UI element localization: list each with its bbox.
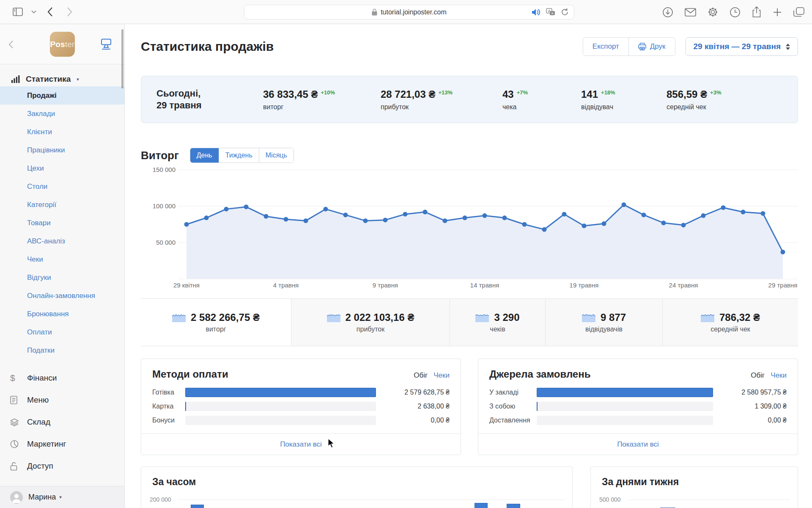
- pie-chart-icon: [10, 440, 27, 448]
- sidebar-item-receipts[interactable]: Чеки: [0, 250, 124, 268]
- sidebar-item-abc-analysis[interactable]: АВС-аналіз: [0, 232, 124, 250]
- card-title: За днями тижня: [591, 467, 798, 488]
- today-summary-bar: Сьогодні,29 травня 36 833,45 ₴+10% витор…: [141, 76, 798, 123]
- lock-icon: [372, 8, 377, 16]
- statistics-label: Статистика: [26, 75, 71, 84]
- bar: [475, 503, 488, 508]
- mouse-cursor: [328, 438, 335, 448]
- history-clock-icon[interactable]: [730, 7, 741, 18]
- sidebar-item-clients[interactable]: Клієнти: [0, 123, 124, 141]
- sidebar-item-categories[interactable]: Категорії: [0, 196, 124, 214]
- sidebar-item-tables[interactable]: Столи: [0, 177, 124, 196]
- svg-text:24 травня: 24 травня: [669, 282, 698, 289]
- toggle-turnover[interactable]: Обіг: [751, 371, 765, 380]
- sidebar-item-sales[interactable]: Продажі: [0, 86, 124, 105]
- sidebar-scrollbar[interactable]: [121, 29, 123, 88]
- sidebar-item-reservations[interactable]: Бронювання: [0, 305, 124, 323]
- audio-playing-icon[interactable]: [532, 8, 540, 16]
- show-all-link[interactable]: Показати всі: [141, 433, 461, 455]
- today-heading: Сьогодні,29 травня: [156, 88, 263, 111]
- y-axis-label: 200 000: [150, 496, 171, 503]
- sidebar-toggle-icon[interactable]: [13, 8, 23, 16]
- printer-icon: [638, 43, 646, 50]
- chevron-down-icon[interactable]: [31, 10, 36, 14]
- translate-icon[interactable]: A×: [546, 8, 555, 16]
- summary-profit[interactable]: 2 022 103,16 ₴ прибуток: [291, 299, 450, 346]
- payment-row-cash: Готівка 2 579 628,75 ₴: [152, 387, 450, 398]
- lock-open-icon: [10, 462, 27, 471]
- new-tab-plus-icon[interactable]: [773, 8, 782, 17]
- user-name: Марина: [28, 493, 56, 502]
- tab-month[interactable]: Місяць: [259, 148, 294, 163]
- sidebar-section-statistics[interactable]: Статистика ▾: [0, 75, 124, 84]
- summary-revenue[interactable]: 2 582 266,75 ₴ виторг: [141, 299, 291, 346]
- export-button[interactable]: Експорт: [583, 38, 628, 55]
- svg-text:150 000: 150 000: [153, 166, 176, 173]
- order-sources-card: Джерела замовлень Обіг Чеки У закладі 2 …: [478, 359, 798, 455]
- bar-track: [185, 388, 376, 397]
- today-metric-visitors: 141+18% відвідувач: [581, 88, 667, 111]
- poster-logo[interactable]: Poster: [50, 32, 75, 57]
- sidebar-item-products[interactable]: Товари: [0, 214, 124, 232]
- pos-terminal-icon[interactable]: [100, 39, 112, 50]
- dollar-icon: $: [10, 373, 27, 383]
- toggle-turnover[interactable]: Обіг: [414, 371, 428, 380]
- svg-text:50 000: 50 000: [156, 239, 176, 246]
- caret-down-icon: ▾: [59, 494, 62, 500]
- address-bar[interactable]: tutorial.joinposter.com A×: [244, 5, 574, 19]
- sidebar-item-reviews[interactable]: Відгуки: [0, 268, 124, 287]
- sidebar-item-workshops[interactable]: Цехи: [0, 159, 124, 177]
- mail-icon[interactable]: [685, 8, 696, 17]
- bar: [507, 504, 520, 508]
- summary-visitors[interactable]: 9 877 відвідувачів: [545, 299, 662, 346]
- source-row-delivery: Доставлення 0,00 ₴: [489, 415, 787, 426]
- sidebar-section-menu[interactable]: Меню: [0, 389, 124, 411]
- tab-week[interactable]: Тиждень: [219, 148, 259, 163]
- sidebar-section-access[interactable]: Доступ: [0, 455, 124, 477]
- sidebar-section-marketing[interactable]: Маркетинг: [0, 433, 124, 455]
- sidebar-item-employees[interactable]: Працівники: [0, 141, 124, 159]
- sidebar-section-finance[interactable]: $ Фінанси: [0, 367, 124, 389]
- by-weekday-card: За днями тижня 500 000: [590, 467, 798, 508]
- sidebar-item-online-orders[interactable]: Онлайн-замовлення: [0, 287, 124, 305]
- settings-gear-icon[interactable]: [708, 7, 718, 17]
- back-icon[interactable]: [47, 7, 53, 17]
- today-metric-profit: 28 721,03 ₴+13% прибуток: [381, 88, 502, 111]
- bar-track: [537, 416, 713, 425]
- reload-icon[interactable]: [561, 8, 569, 16]
- tabs-overview-icon[interactable]: [793, 7, 804, 17]
- print-button[interactable]: Друк: [628, 38, 675, 55]
- toggle-receipts[interactable]: Чеки: [433, 371, 450, 380]
- user-menu[interactable]: Марина ▾: [0, 486, 124, 508]
- share-icon[interactable]: [752, 6, 761, 18]
- bar-track: [185, 416, 376, 425]
- caret-down-icon: ▾: [77, 77, 79, 82]
- sidebar: Poster Статистика ▾ Продажі Заклади Кліє…: [0, 24, 125, 508]
- sidebar-header: Poster: [0, 24, 124, 64]
- tab-day[interactable]: День: [190, 148, 219, 163]
- sparkline-icon: [701, 313, 714, 322]
- summary-avg-check[interactable]: 786,32 ₴ середній чек: [662, 299, 798, 346]
- show-all-link[interactable]: Показати всі: [478, 433, 798, 455]
- sidebar-item-payments[interactable]: Оплати: [0, 323, 124, 341]
- toggle-receipts[interactable]: Чеки: [771, 371, 787, 380]
- downloads-icon[interactable]: [662, 7, 673, 18]
- today-metric-avg-check: 856,59 ₴+3% середній чек: [667, 88, 782, 111]
- document-icon: [10, 396, 27, 404]
- bar-track: [185, 402, 376, 411]
- sidebar-section-inventory[interactable]: Склад: [0, 411, 124, 433]
- revenue-chart-title: Виторг: [141, 149, 179, 162]
- period-segmented-control: День Тиждень Місяць: [190, 148, 294, 163]
- sidebar-item-venues[interactable]: Заклади: [0, 105, 124, 123]
- forward-icon[interactable]: [67, 7, 72, 17]
- bar-chart-icon: [11, 75, 20, 83]
- payment-row-bonus: Бонуси 0,00 ₴: [152, 415, 450, 426]
- date-range-picker[interactable]: 29 квітня — 29 травня: [686, 37, 798, 56]
- svg-text:100 000: 100 000: [153, 202, 176, 210]
- revenue-line-chart: 150 000100 00050 00029 квітня4 травня9 т…: [141, 164, 798, 289]
- collapse-sidebar-icon[interactable]: [8, 40, 14, 49]
- sparkline-icon: [327, 313, 340, 322]
- sidebar-item-taxes[interactable]: Податки: [0, 341, 124, 359]
- svg-text:4 травня: 4 травня: [273, 282, 299, 289]
- summary-receipts[interactable]: 3 290 чеків: [450, 299, 545, 346]
